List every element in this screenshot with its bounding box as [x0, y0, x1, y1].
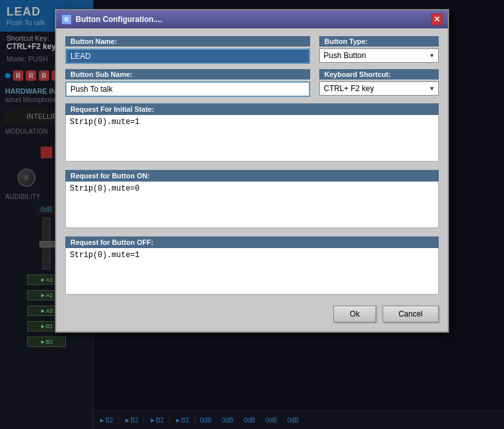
button-type-select[interactable]: Push Button Toggle Button Trigger Button [319, 48, 439, 63]
button-name-input[interactable] [65, 48, 310, 64]
cancel-button[interactable]: Cancel [383, 306, 439, 322]
button-type-select-wrapper: Push Button Toggle Button Trigger Button [319, 48, 439, 63]
button-subname-label: Button Sub Name: [65, 69, 310, 79]
dialog-body: Button Name: Button Type: Push Button To… [56, 28, 448, 331]
button-off-header: Request for Button OFF: [65, 236, 439, 248]
dialog-title: Button Configuration.... [76, 15, 162, 24]
button-name-group: Button Name: [65, 36, 310, 64]
dialog-buttons-row: Ok Cancel [65, 303, 439, 322]
initial-state-textarea[interactable]: Strip(0).mute=1 [65, 115, 439, 162]
initial-state-section: Request For Initial State: Strip(0).mute… [65, 103, 439, 163]
button-config-dialog: B Button Configuration.... ✕ Button Name… [55, 9, 449, 333]
button-off-section: Request for Button OFF: Strip(0).mute=1 [65, 236, 439, 297]
initial-state-header: Request For Initial State: [65, 103, 439, 115]
button-name-label: Button Name: [65, 36, 310, 47]
dialog-titlebar-left: B Button Configuration.... [61, 14, 162, 25]
keyboard-shortcut-select-wrapper: CTRL+ F2 key CTRL+ F3 key CTRL+ F4 key [319, 81, 439, 96]
button-subname-input[interactable] [65, 81, 310, 97]
dialog-icon: B [61, 14, 72, 25]
button-on-textarea[interactable]: Strip(0).mute=0 [65, 182, 439, 228]
button-type-group: Button Type: Push Button Toggle Button T… [319, 36, 439, 64]
dialog-close-button[interactable]: ✕ [431, 14, 443, 25]
button-on-header: Request for Button ON: [65, 170, 439, 182]
button-type-label: Button Type: [319, 36, 439, 47]
dialog-top-row: Button Name: Button Type: Push Button To… [65, 36, 439, 64]
keyboard-shortcut-group: Keyboard Shortcut: CTRL+ F2 key CTRL+ F3… [319, 69, 439, 97]
dialog-titlebar[interactable]: B Button Configuration.... ✕ [56, 10, 448, 28]
dialog-second-row: Button Sub Name: Keyboard Shortcut: CTRL… [65, 69, 439, 97]
button-subname-group: Button Sub Name: [65, 69, 310, 97]
ok-button[interactable]: Ok [333, 306, 375, 322]
dialog-overlay: B Button Configuration.... ✕ Button Name… [0, 0, 504, 429]
button-on-section: Request for Button ON: Strip(0).mute=0 [65, 170, 439, 230]
keyboard-shortcut-label: Keyboard Shortcut: [319, 69, 439, 79]
keyboard-shortcut-select[interactable]: CTRL+ F2 key CTRL+ F3 key CTRL+ F4 key [319, 81, 439, 96]
button-off-textarea[interactable]: Strip(0).mute=1 [65, 248, 439, 295]
